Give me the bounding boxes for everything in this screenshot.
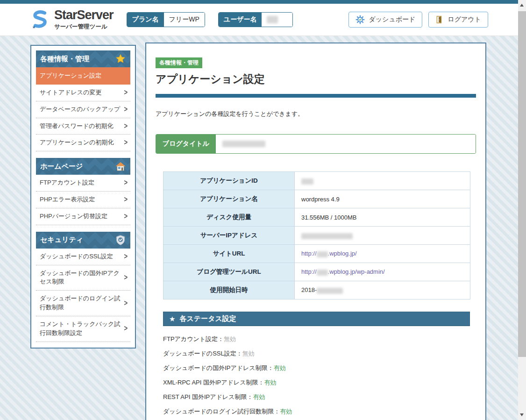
browser-viewport: ★ StarServer サーバー管理ツール プラン名 フリーWP ユーザー名 (0, 0, 526, 420)
status-item: ダッシュボードのSSL設定：無効 (163, 346, 476, 361)
sidebar-section-title: ホームページ (40, 162, 83, 171)
sidebar-section-title: 各種情報・管理 (40, 55, 89, 64)
status-value: 有効 (253, 393, 265, 400)
title-divider (156, 94, 476, 98)
vertical-scrollbar[interactable] (518, 0, 526, 420)
chevron-right-icon: > (124, 211, 128, 222)
sidebar-item[interactable]: コメント・トラックバック試行回数制限設定 > (36, 316, 130, 342)
status-item: XML-RPC API 国外IPアドレス制限：有効 (163, 375, 476, 390)
blog-title-label: ブログタイトル (156, 135, 216, 153)
sidebar-item-label: ダッシュボードのSSL設定 (40, 252, 113, 261)
row-label: サーバーIPアドレス (163, 227, 295, 245)
sidebar-item[interactable]: アプリケーション設定 > (36, 67, 130, 85)
dashboard-button[interactable]: ダッシュボード (348, 12, 422, 28)
sidebar-section: 各種情報・管理 (36, 50, 130, 151)
status-item: REST API 国外IPアドレス制限：有効 (163, 390, 476, 404)
redacted-value (301, 178, 313, 185)
door-icon (435, 15, 444, 24)
redacted-username (267, 16, 278, 23)
row-value: 31.556MB / 1000MB (295, 208, 470, 227)
chevron-right-icon: > (124, 178, 128, 189)
status-list: FTPアカウント設定：無効ダッシュボードのSSL設定：無効ダッシュボードの国外I… (163, 332, 476, 420)
status-label: REST API 国外IPアドレス制限 (163, 393, 247, 400)
value-text: http:// (301, 250, 317, 257)
status-label: FTPアカウント設定 (163, 335, 218, 342)
sidebar-item[interactable]: ダッシュボードのログイン試行数制限 > (36, 291, 130, 316)
sidebar-item-label: サイトアドレスの変更 (40, 88, 101, 97)
star-icon: ★ (169, 315, 175, 323)
application-info-table: アプリケーションID アプリケーション名 wordpress 4.9 ディスク使… (163, 171, 470, 299)
sidebar-item-label: FTPアカウント設定 (40, 178, 94, 187)
scroll-up-arrow-icon[interactable] (520, 4, 524, 7)
sidebar-item[interactable]: ダッシュボードの国外IPアクセス制限 > (36, 265, 130, 291)
table-row: アプリケーションID (163, 172, 470, 190)
table-row: アプリケーション名 wordpress 4.9 (163, 190, 470, 208)
value-text: http:// (301, 268, 317, 275)
value-text: 2018- (301, 286, 317, 293)
sidebar-items: FTPアカウント設定 > PHPエラー表示設定 > PHPバージョン切替設定 > (36, 175, 130, 225)
blog-title-input[interactable] (216, 135, 476, 153)
header-buttons: ダッシュボード ログアウト (348, 12, 488, 28)
sidebar-item[interactable]: 管理者パスワードの初期化 > (36, 118, 130, 135)
value-text-suffix: .wpblog.jp/wp-admin/ (328, 268, 385, 275)
status-item: ダッシュボードのログイン試行回数制限：有効 (163, 404, 476, 419)
table-row: ブログ管理ツールURL http://.wpblog.jp/wp-admin/ (163, 263, 470, 281)
sidebar-item-label: PHPエラー表示設定 (40, 195, 95, 204)
blog-title-field: ブログタイトル (156, 134, 476, 154)
sidebar-item[interactable]: PHPエラー表示設定 > (36, 192, 130, 208)
sidebar-item-label: コメント・トラックバック試行回数制限設定 (40, 320, 121, 338)
app-header: ★ StarServer サーバー管理ツール プラン名 フリーWP ユーザー名 (0, 4, 518, 36)
value-text: 31.556MB / 1000MB (301, 214, 357, 221)
row-value[interactable]: http://.wpblog.jp/ (295, 245, 470, 263)
star-icon (115, 53, 126, 64)
sidebar-item[interactable]: FTPアカウント設定 > (36, 175, 130, 192)
sidebar-section-header: ホームページ (36, 158, 130, 175)
chevron-right-icon: > (124, 298, 128, 309)
sidebar-item-label: データベースのバックアップ (40, 105, 120, 114)
row-label: サイトURL (163, 245, 295, 263)
sidebar-item[interactable]: データベースのバックアップ > (36, 101, 130, 118)
sidebar-item[interactable]: アプリケーションの初期化 > (36, 135, 130, 151)
scroll-down-arrow-icon[interactable] (520, 413, 524, 416)
status-separator: ： (247, 393, 253, 400)
redacted-blog-title (222, 141, 265, 147)
status-label: ダッシュボードのSSL設定 (163, 350, 236, 357)
sidebar-item[interactable]: ダッシュボードのSSL設定 > (36, 249, 130, 265)
chevron-right-icon: > (124, 121, 128, 132)
logout-button[interactable]: ログアウト (428, 12, 488, 28)
chevron-right-icon: > (124, 104, 128, 115)
sidebar-item-label: アプリケーション設定 (40, 71, 101, 80)
home-icon (115, 161, 126, 172)
value-text: wordpress 4.9 (301, 196, 340, 203)
sidebar-item-label: 管理者パスワードの初期化 (40, 122, 114, 131)
user-value (262, 13, 292, 27)
row-value[interactable]: http://.wpblog.jp/wp-admin/ (295, 263, 470, 281)
status-separator: ： (268, 364, 274, 371)
sidebar-item[interactable]: PHPバージョン切替設定 > (36, 208, 130, 225)
status-item: ダッシュボードの国外IPアドレス制限：有効 (163, 361, 476, 375)
chevron-right-icon: > (124, 194, 128, 206)
status-value: 無効 (224, 335, 236, 342)
svg-text:★: ★ (32, 25, 36, 29)
sidebar-items: ダッシュボードのSSL設定 > ダッシュボードの国外IPアクセス制限 > ダッシ… (36, 249, 130, 342)
sidebar-item-label: アプリケーションの初期化 (40, 138, 114, 147)
plan-value: フリーWP (164, 13, 205, 27)
scrollbar-thumb[interactable] (518, 11, 526, 357)
sidebar-section: ホームページ (36, 158, 130, 225)
page-description: アプリケーションの各種設定を行うことができます。 (156, 110, 476, 118)
status-label: ダッシュボードの国外IPアドレス制限 (163, 364, 268, 371)
content-stage: 各種情報・管理 (0, 36, 518, 420)
redacted-value (317, 288, 343, 294)
status-value: 無効 (242, 350, 255, 357)
sidebar-item[interactable]: サイトアドレスの変更 > (36, 85, 130, 101)
table-row: ディスク使用量 31.556MB / 1000MB (163, 208, 470, 227)
row-value (295, 172, 470, 190)
sidebar-section-header: セキュリティ (36, 232, 130, 249)
plan-label: プラン名 (127, 13, 164, 27)
sidebar-section-header: 各種情報・管理 (36, 50, 130, 67)
value-text-suffix: .wpblog.jp/ (328, 250, 357, 257)
sidebar-item-label: PHPバージョン切替設定 (40, 212, 107, 221)
sidebar: 各種情報・管理 (30, 45, 136, 349)
user-pill: ユーザー名 (218, 12, 293, 27)
gear-icon (355, 15, 365, 24)
